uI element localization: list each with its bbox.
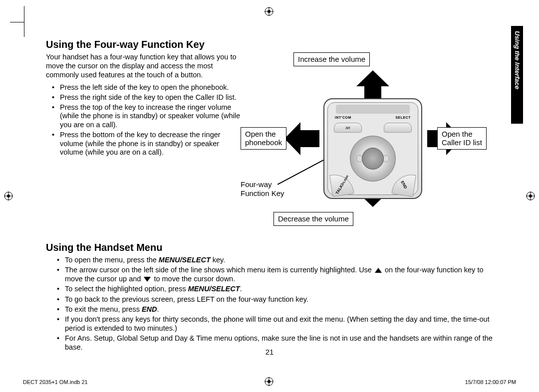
page-number: 21 — [46, 348, 493, 356]
crop-mark — [24, 6, 24, 37]
list-item: To go back to the previous screen, press… — [60, 295, 493, 304]
four-way-key-center — [362, 148, 384, 170]
up-triangle-icon — [375, 268, 382, 273]
callout-decrease-volume: Decrease the volume — [273, 212, 353, 226]
four-way-key-ring — [350, 136, 396, 182]
print-footer: DECT 2035+1 OM.indb 21 15/7/08 12:00:07 … — [23, 379, 516, 385]
section-title-1: Using the Four-way Function Key — [46, 39, 493, 50]
soft-label-select: SELECT — [395, 116, 411, 119]
softkey-right — [384, 123, 412, 133]
svg-point-11 — [7, 195, 10, 197]
registration-mark-icon — [265, 7, 273, 16]
callout-open-caller-id: Open the Caller ID list — [437, 127, 487, 150]
registration-mark-icon — [4, 192, 13, 200]
list-item: If you don't press any keys for thirty s… — [60, 315, 493, 333]
intro-paragraph: Your handset has a four-way function key… — [46, 52, 241, 79]
section-title-2: Using the Handset Menu — [46, 242, 493, 253]
list-item: Press the right side of the key to open … — [55, 93, 241, 102]
callout-open-phonebook: Open the phonebook — [241, 127, 286, 150]
registration-mark-icon — [526, 192, 535, 200]
handset-illustration: INT'COM SELECT AR TALK/FLASH — [323, 98, 422, 199]
list-item: The arrow cursor on the left side of the… — [60, 265, 493, 283]
section-tab: Using the Interface — [511, 26, 523, 124]
talk-flash-button: TALK/FLASH — [329, 172, 354, 197]
list-item: Press the top of the key to increase the… — [55, 103, 241, 130]
arrow-left-icon — [298, 130, 319, 147]
list-item: Press the bottom of the key to decrease … — [55, 131, 241, 157]
list-item: To open the menu, press the MENU/SELECT … — [60, 255, 493, 264]
down-triangle-icon — [144, 277, 151, 282]
page-content: Using the Four-way Function Key Your han… — [46, 39, 493, 362]
svg-point-3 — [268, 10, 270, 13]
key-diagram: Increase the volume Open the phonebook O… — [249, 52, 493, 232]
softkey-left: AR — [334, 123, 362, 133]
callout-four-way-key: Four-way Function Key — [241, 180, 284, 198]
footer-file: DECT 2035+1 OM.indb 21 — [23, 379, 88, 385]
list-item: To exit the menu, press END. — [60, 305, 493, 314]
list-item: To select the highlighted option, press … — [60, 284, 493, 293]
footer-timestamp: 15/7/08 12:00:07 PM — [465, 379, 516, 385]
svg-point-15 — [529, 195, 532, 197]
crop-mark — [10, 22, 24, 22]
callout-increase-volume: Increase the volume — [293, 52, 370, 66]
soft-label-intcom: INT'COM — [335, 116, 351, 119]
section-1-text: Your handset has a four-way function key… — [46, 52, 241, 158]
list-item: Press the left side of the key to open t… — [55, 83, 241, 92]
end-button: END — [391, 172, 416, 197]
